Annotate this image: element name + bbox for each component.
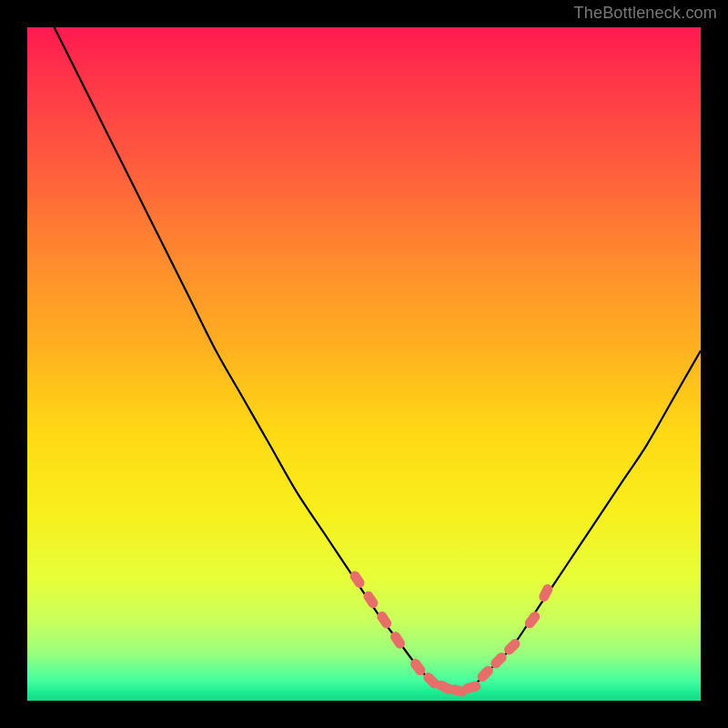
- watermark: TheBottleneck.com: [574, 4, 717, 23]
- bottleneck-curve: [55, 27, 701, 691]
- curve-overlay: [27, 27, 701, 701]
- highlight-marker: [461, 680, 481, 694]
- plot-area: [27, 27, 701, 701]
- highlight-markers: [348, 569, 554, 697]
- chart-frame: TheBottleneck.com: [0, 0, 728, 728]
